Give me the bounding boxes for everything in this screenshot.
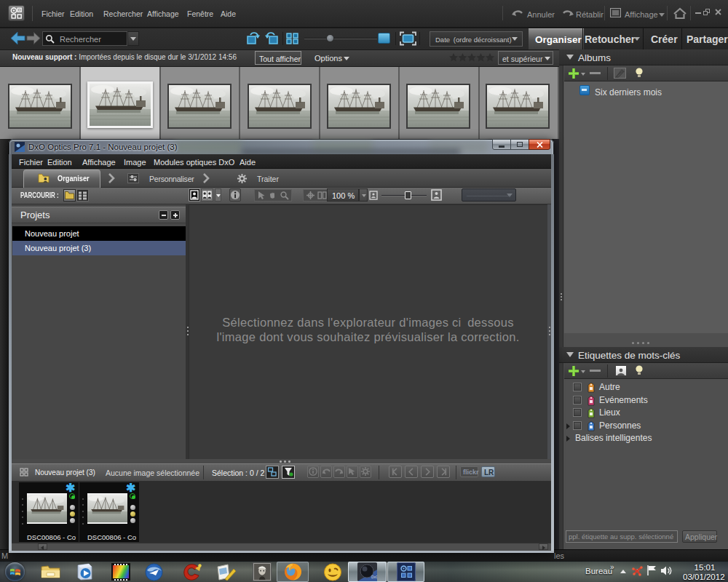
svg-text:DxO: DxO	[371, 575, 377, 579]
